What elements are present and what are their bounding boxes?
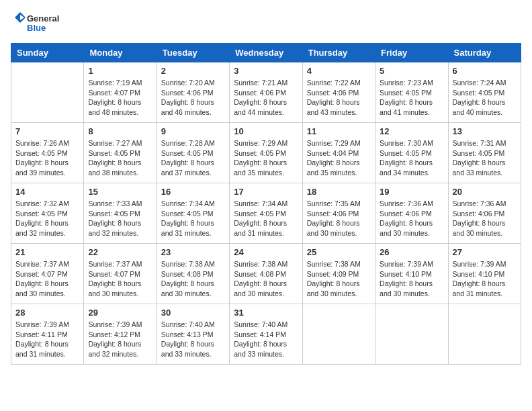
day-number: 10 [234, 126, 298, 136]
calendar-cell: 26Sunrise: 7:39 AMSunset: 4:10 PMDayligh… [375, 244, 448, 304]
day-number: 24 [234, 247, 298, 257]
day-info: Sunrise: 7:40 AMSunset: 4:14 PMDaylight:… [234, 320, 298, 359]
calendar-cell: 5Sunrise: 7:23 AMSunset: 4:05 PMDaylight… [375, 62, 448, 123]
calendar-cell: 30Sunrise: 7:40 AMSunset: 4:13 PMDayligh… [157, 304, 229, 365]
day-info: Sunrise: 7:28 AMSunset: 4:05 PMDaylight:… [161, 138, 225, 178]
day-number: 14 [15, 187, 79, 197]
day-info: Sunrise: 7:19 AMSunset: 4:07 PMDaylight:… [88, 78, 152, 118]
calendar-cell [11, 62, 84, 123]
day-number: 28 [15, 308, 79, 318]
day-number: 30 [161, 308, 225, 318]
calendar-cell: 9Sunrise: 7:28 AMSunset: 4:05 PMDaylight… [157, 123, 229, 183]
calendar-cell: 10Sunrise: 7:29 AMSunset: 4:05 PMDayligh… [230, 123, 302, 183]
day-number: 26 [380, 247, 443, 257]
calendar-cell: 17Sunrise: 7:34 AMSunset: 4:05 PMDayligh… [230, 183, 302, 244]
week-row-5: 28Sunrise: 7:39 AMSunset: 4:11 PMDayligh… [11, 304, 521, 365]
day-number: 4 [307, 66, 371, 76]
svg-text:Blue: Blue [27, 23, 46, 33]
calendar-cell [302, 304, 375, 365]
calendar-cell: 27Sunrise: 7:39 AMSunset: 4:10 PMDayligh… [448, 244, 521, 304]
day-info: Sunrise: 7:39 AMSunset: 4:10 PMDaylight:… [380, 259, 443, 299]
day-info: Sunrise: 7:21 AMSunset: 4:06 PMDaylight:… [234, 78, 298, 118]
calendar-cell: 14Sunrise: 7:32 AMSunset: 4:05 PMDayligh… [11, 183, 84, 244]
day-info: Sunrise: 7:29 AMSunset: 4:04 PMDaylight:… [307, 138, 371, 178]
day-info: Sunrise: 7:32 AMSunset: 4:05 PMDaylight:… [15, 199, 79, 238]
day-number: 5 [380, 66, 443, 76]
calendar-cell: 15Sunrise: 7:33 AMSunset: 4:05 PMDayligh… [84, 183, 157, 244]
day-number: 27 [453, 247, 517, 257]
day-info: Sunrise: 7:24 AMSunset: 4:05 PMDaylight:… [453, 78, 517, 118]
calendar-cell: 7Sunrise: 7:26 AMSunset: 4:05 PMDaylight… [11, 123, 84, 183]
day-number: 20 [453, 187, 517, 197]
day-info: Sunrise: 7:34 AMSunset: 4:05 PMDaylight:… [161, 199, 225, 238]
calendar-cell: 16Sunrise: 7:34 AMSunset: 4:05 PMDayligh… [157, 183, 229, 244]
day-info: Sunrise: 7:36 AMSunset: 4:06 PMDaylight:… [453, 199, 517, 238]
day-info: Sunrise: 7:23 AMSunset: 4:05 PMDaylight:… [380, 78, 443, 118]
day-info: Sunrise: 7:38 AMSunset: 4:09 PMDaylight:… [307, 259, 371, 299]
day-number: 9 [161, 126, 225, 136]
day-info: Sunrise: 7:36 AMSunset: 4:06 PMDaylight:… [380, 199, 443, 238]
day-info: Sunrise: 7:27 AMSunset: 4:05 PMDaylight:… [88, 138, 152, 178]
day-number: 29 [88, 308, 152, 318]
weekday-header-wednesday: Wednesday [230, 44, 302, 62]
day-info: Sunrise: 7:29 AMSunset: 4:05 PMDaylight:… [234, 138, 298, 178]
calendar-cell [448, 304, 521, 365]
day-number: 21 [15, 247, 79, 257]
day-number: 15 [88, 187, 152, 197]
calendar-cell: 6Sunrise: 7:24 AMSunset: 4:05 PMDaylight… [448, 62, 521, 123]
day-number: 16 [161, 187, 225, 197]
calendar-cell: 25Sunrise: 7:38 AMSunset: 4:09 PMDayligh… [302, 244, 375, 304]
calendar-cell: 24Sunrise: 7:38 AMSunset: 4:08 PMDayligh… [230, 244, 302, 304]
day-number: 12 [380, 126, 443, 136]
calendar-cell: 13Sunrise: 7:31 AMSunset: 4:05 PMDayligh… [448, 123, 521, 183]
calendar-cell [375, 304, 448, 365]
calendar-cell: 31Sunrise: 7:40 AMSunset: 4:14 PMDayligh… [230, 304, 302, 365]
day-info: Sunrise: 7:37 AMSunset: 4:07 PMDaylight:… [88, 259, 152, 299]
day-info: Sunrise: 7:33 AMSunset: 4:05 PMDaylight:… [88, 199, 152, 238]
week-row-4: 21Sunrise: 7:37 AMSunset: 4:07 PMDayligh… [11, 244, 521, 304]
calendar-cell: 1Sunrise: 7:19 AMSunset: 4:07 PMDaylight… [84, 62, 157, 123]
day-info: Sunrise: 7:31 AMSunset: 4:05 PMDaylight:… [453, 138, 517, 178]
day-number: 13 [453, 126, 517, 136]
day-info: Sunrise: 7:39 AMSunset: 4:12 PMDaylight:… [88, 320, 152, 359]
day-info: Sunrise: 7:39 AMSunset: 4:10 PMDaylight:… [453, 259, 517, 299]
day-info: Sunrise: 7:22 AMSunset: 4:06 PMDaylight:… [307, 78, 371, 118]
calendar-cell: 23Sunrise: 7:38 AMSunset: 4:08 PMDayligh… [157, 244, 229, 304]
calendar-cell: 18Sunrise: 7:35 AMSunset: 4:06 PMDayligh… [302, 183, 375, 244]
day-number: 7 [15, 126, 79, 136]
day-number: 23 [161, 247, 225, 257]
day-info: Sunrise: 7:38 AMSunset: 4:08 PMDaylight:… [161, 259, 225, 299]
week-row-2: 7Sunrise: 7:26 AMSunset: 4:05 PMDaylight… [11, 123, 521, 183]
calendar-cell: 21Sunrise: 7:37 AMSunset: 4:07 PMDayligh… [11, 244, 84, 304]
day-info: Sunrise: 7:26 AMSunset: 4:05 PMDaylight:… [15, 138, 79, 178]
day-number: 25 [307, 247, 371, 257]
calendar-cell: 19Sunrise: 7:36 AMSunset: 4:06 PMDayligh… [375, 183, 448, 244]
calendar-cell: 22Sunrise: 7:37 AMSunset: 4:07 PMDayligh… [84, 244, 157, 304]
day-info: Sunrise: 7:35 AMSunset: 4:06 PMDaylight:… [307, 199, 371, 238]
weekday-header-thursday: Thursday [302, 44, 375, 62]
day-number: 2 [161, 66, 225, 76]
day-number: 18 [307, 187, 371, 197]
calendar-cell: 11Sunrise: 7:29 AMSunset: 4:04 PMDayligh… [302, 123, 375, 183]
day-number: 6 [453, 66, 517, 76]
calendar-cell: 2Sunrise: 7:20 AMSunset: 4:06 PMDaylight… [157, 62, 229, 123]
day-number: 8 [88, 126, 152, 136]
day-number: 3 [234, 66, 298, 76]
weekday-header-monday: Monday [84, 44, 157, 62]
svg-text:General: General [27, 13, 59, 24]
calendar-cell: 29Sunrise: 7:39 AMSunset: 4:12 PMDayligh… [84, 304, 157, 365]
calendar-cell: 28Sunrise: 7:39 AMSunset: 4:11 PMDayligh… [11, 304, 84, 365]
day-info: Sunrise: 7:39 AMSunset: 4:11 PMDaylight:… [15, 320, 79, 359]
logo-svg: General Blue [11, 11, 64, 36]
day-number: 17 [234, 187, 298, 197]
calendar-cell: 4Sunrise: 7:22 AMSunset: 4:06 PMDaylight… [302, 62, 375, 123]
day-info: Sunrise: 7:38 AMSunset: 4:08 PMDaylight:… [234, 259, 298, 299]
calendar-cell: 20Sunrise: 7:36 AMSunset: 4:06 PMDayligh… [448, 183, 521, 244]
calendar-cell: 3Sunrise: 7:21 AMSunset: 4:06 PMDaylight… [230, 62, 302, 123]
day-info: Sunrise: 7:40 AMSunset: 4:13 PMDaylight:… [161, 320, 225, 359]
calendar-table: SundayMondayTuesdayWednesdayThursdayFrid… [11, 43, 521, 365]
day-number: 1 [88, 66, 152, 76]
day-number: 19 [380, 187, 443, 197]
weekday-header-sunday: Sunday [11, 44, 84, 62]
day-number: 31 [234, 308, 298, 318]
